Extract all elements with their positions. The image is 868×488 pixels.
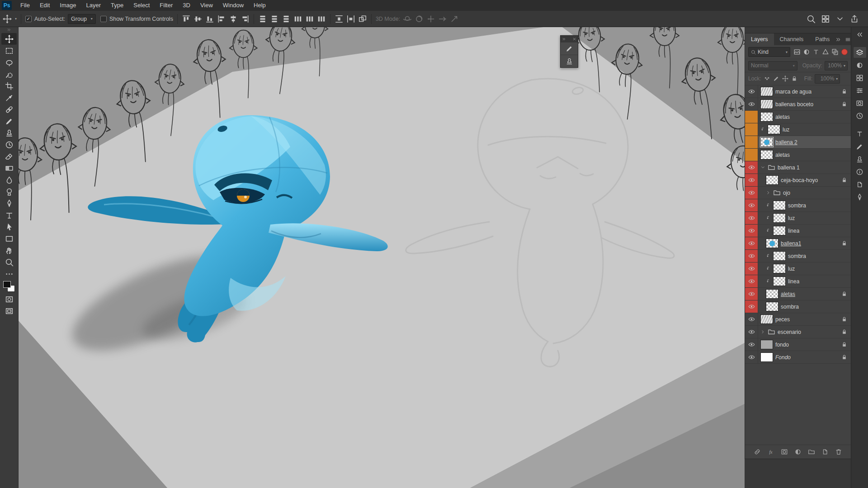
- menu-window[interactable]: Window: [218, 2, 249, 9]
- new-adjustment-layer-button[interactable]: [794, 448, 802, 456]
- visibility-toggle[interactable]: [745, 275, 758, 287]
- visibility-toggle[interactable]: [745, 111, 758, 123]
- visibility-toggle[interactable]: [745, 263, 758, 275]
- layer-row-ballenas-boceto[interactable]: ballenas boceto: [745, 98, 851, 111]
- crop-tool[interactable]: [1, 80, 17, 92]
- layer-row-marca-de-agua[interactable]: marca de agua: [745, 85, 851, 98]
- layer-name[interactable]: marca de agua: [775, 89, 811, 95]
- visibility-toggle[interactable]: [745, 326, 758, 338]
- lock-transparent-pixels-button[interactable]: [764, 75, 771, 83]
- menu-select[interactable]: Select: [128, 2, 155, 9]
- eraser-tool[interactable]: [1, 150, 17, 162]
- group-expanded-chevron[interactable]: [760, 165, 765, 170]
- panel-paths-button[interactable]: [854, 192, 866, 202]
- layer-thumbnail[interactable]: [773, 277, 786, 286]
- expand-panels-button[interactable]: [854, 29, 866, 40]
- new-layer-button[interactable]: [821, 448, 829, 456]
- panel-info-button[interactable]: [854, 166, 866, 177]
- layer-row-aletas[interactable]: aletas: [745, 288, 851, 300]
- visibility-toggle[interactable]: [745, 300, 758, 313]
- visibility-toggle[interactable]: [745, 212, 758, 224]
- layer-thumbnail[interactable]: [760, 137, 773, 147]
- layer-row-luz[interactable]: luz: [745, 212, 851, 225]
- visibility-toggle[interactable]: [745, 288, 758, 300]
- expand-panel-icon[interactable]: [562, 37, 566, 41]
- menu-file[interactable]: File: [15, 2, 35, 9]
- blur-tool[interactable]: [1, 174, 17, 186]
- menu-layer[interactable]: Layer: [81, 2, 106, 9]
- link-layers-button[interactable]: [753, 448, 761, 456]
- layer-thumbnail[interactable]: [773, 213, 786, 223]
- menu-type[interactable]: Type: [106, 2, 128, 9]
- 3d-rotate-button[interactable]: [403, 14, 412, 23]
- layer-row-linea[interactable]: linea: [745, 275, 851, 288]
- layer-name[interactable]: linea: [788, 278, 799, 285]
- layer-thumbnail[interactable]: [766, 302, 778, 311]
- layer-name[interactable]: ballena1: [781, 240, 801, 247]
- lock-all-button[interactable]: [791, 75, 798, 83]
- filter-shape-layers-button[interactable]: [821, 48, 830, 56]
- distribute-horizontal-spacing-button[interactable]: [346, 14, 355, 23]
- visibility-toggle[interactable]: [745, 351, 758, 363]
- layer-row-luz[interactable]: luz: [745, 263, 851, 275]
- history-brush-tool[interactable]: [1, 139, 17, 150]
- auto-select-checkbox[interactable]: ✓ Auto-Select: Group ▾: [25, 14, 96, 24]
- layer-row-luz[interactable]: luz: [745, 123, 851, 136]
- layer-row-ceja-boca-hoyo[interactable]: ceja-boca-hoyo: [745, 174, 851, 187]
- workspace-layout-button[interactable]: [821, 14, 830, 23]
- quick-mask-mode[interactable]: [1, 293, 17, 305]
- layer-thumbnail[interactable]: [773, 201, 786, 210]
- layer-name[interactable]: luz: [788, 215, 795, 221]
- visibility-toggle[interactable]: [745, 85, 758, 98]
- tab-layers[interactable]: Layers: [745, 33, 774, 45]
- lasso-tool[interactable]: [1, 56, 17, 68]
- blend-mode-select[interactable]: Normal ▾: [748, 61, 797, 70]
- panel-actions-button[interactable]: [854, 179, 866, 190]
- layer-name[interactable]: Fondo: [775, 354, 791, 361]
- rectangular-marquee-tool[interactable]: [1, 45, 17, 56]
- distribute-top-edges-button[interactable]: [258, 14, 267, 23]
- layer-name[interactable]: ballenas boceto: [775, 101, 813, 108]
- kind-filter-select[interactable]: Kind ▾: [748, 47, 790, 57]
- layer-row-sombra[interactable]: sombra: [745, 300, 851, 313]
- visibility-toggle[interactable]: [745, 187, 758, 199]
- 3d-slide-button[interactable]: [438, 14, 447, 23]
- auto-align-layers-button[interactable]: [358, 14, 367, 23]
- visibility-toggle[interactable]: [745, 98, 758, 110]
- panel-masks-button[interactable]: [854, 98, 866, 108]
- gradient-tool[interactable]: [1, 162, 17, 174]
- menu-view[interactable]: View: [195, 2, 218, 9]
- align-bottom-edges-button[interactable]: [205, 14, 214, 23]
- panel-history-button[interactable]: [854, 110, 866, 121]
- layer-name[interactable]: peces: [775, 316, 790, 323]
- layer-thumbnail[interactable]: [773, 264, 786, 273]
- show-transform-checkbox[interactable]: Show Transform Controls: [100, 16, 173, 22]
- layer-row-fondo[interactable]: Fondo: [745, 351, 851, 364]
- panel-layers-button[interactable]: [854, 47, 866, 58]
- layer-thumbnail[interactable]: [760, 340, 773, 349]
- distribute-left-edges-button[interactable]: [293, 14, 302, 23]
- auto-select-target-select[interactable]: Group ▾: [68, 14, 96, 24]
- pen-tool[interactable]: [1, 197, 17, 209]
- path-selection-tool[interactable]: [1, 221, 17, 233]
- layer-thumbnail[interactable]: [760, 99, 773, 109]
- add-layer-mask-button[interactable]: [780, 448, 788, 456]
- app-logo[interactable]: Ps: [2, 1, 12, 10]
- align-top-edges-button[interactable]: [182, 14, 191, 23]
- visibility-toggle[interactable]: [745, 136, 758, 148]
- tab-paths[interactable]: Paths: [809, 33, 835, 45]
- collapse-panel-button[interactable]: [835, 37, 841, 42]
- align-right-edges-button[interactable]: [241, 14, 250, 23]
- layer-row-ballena-1[interactable]: ballena 1: [745, 161, 851, 174]
- layer-name[interactable]: aletas: [781, 291, 795, 297]
- layer-row-ballena-2[interactable]: ballena 2: [745, 136, 851, 149]
- distribute-vertical-spacing-button[interactable]: [335, 14, 344, 23]
- layer-thumbnail[interactable]: [766, 175, 778, 185]
- visibility-toggle[interactable]: [745, 313, 758, 325]
- layer-name[interactable]: aletas: [775, 152, 790, 158]
- layer-row-sombra[interactable]: sombra: [745, 199, 851, 212]
- menu-filter[interactable]: Filter: [155, 2, 178, 9]
- close-icon[interactable]: [572, 37, 576, 41]
- visibility-toggle[interactable]: [745, 174, 758, 186]
- lock-image-pixels-button[interactable]: [773, 75, 780, 83]
